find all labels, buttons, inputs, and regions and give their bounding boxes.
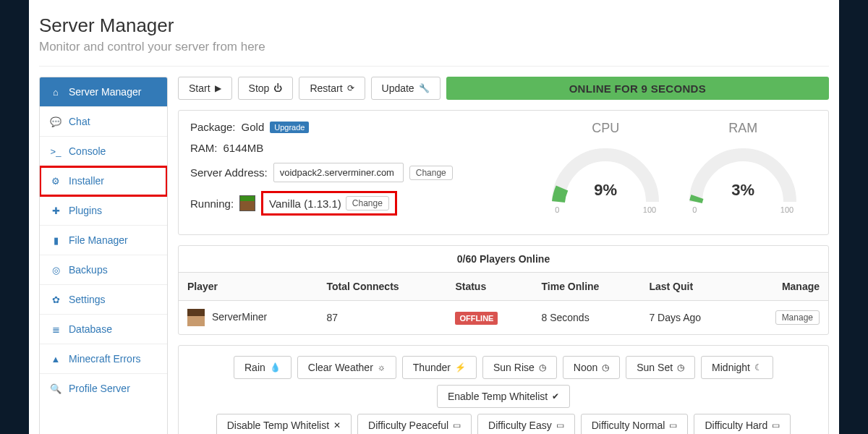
sidebar-item-label: Server Manager [69,86,141,98]
check-icon: ✔ [552,391,559,401]
clock-icon: ◷ [602,362,609,373]
stop-button[interactable]: Stop⏻ [238,77,294,100]
puzzle-icon: ✚ [50,205,61,216]
thunder-button[interactable]: Thunder⚡ [402,356,477,379]
label: Sun Set [637,362,673,373]
difficulty-easy-button[interactable]: Difficulty Easy▭ [477,414,575,434]
col-player: Player [179,273,318,301]
gauge-max: 100 [643,205,656,214]
running-label: Running: [190,197,234,210]
players-table: Player Total Connects Status Time Online… [179,273,828,334]
sidebar-item-file-manager[interactable]: ▮File Manager [40,226,167,255]
sidebar-item-server-manager[interactable]: ⌂Server Manager [40,77,167,107]
sidebar-item-label: Plugins [69,205,102,216]
label: Difficulty Hard [705,420,767,431]
start-button[interactable]: Start▶ [178,77,232,100]
close-icon: ✕ [333,420,341,430]
sunset-button[interactable]: Sun Set◷ [626,356,695,379]
server-address-field[interactable]: voidpack2.serverminer.com [273,163,404,182]
package-label: Package: [190,121,236,133]
gears-icon: ⚙ [50,176,61,187]
search-icon: 🔍 [50,383,61,394]
database-icon: ≣ [50,324,61,335]
cpu-gauge-value: 9% [548,181,663,200]
sidebar-item-minecraft-errors[interactable]: ▲Minecraft Errors [40,344,167,374]
clock-icon: ◷ [539,362,546,373]
running-highlight: Vanilla (1.13.1) Change [261,191,397,216]
update-button[interactable]: Update🔧 [371,77,441,100]
sidebar: ⌂Server Manager 💬Chat >_Console ⚙Install… [39,77,168,434]
upgrade-badge[interactable]: Upgrade [270,122,309,133]
gauge-max: 100 [780,205,793,214]
player-last-quit: 7 Days Ago [640,301,739,335]
book-icon: ▭ [669,420,677,430]
label: Difficulty Easy [488,420,552,431]
midnight-button[interactable]: Midnight☾ [701,356,773,379]
player-avatar-icon [187,309,205,326]
noon-button[interactable]: Noon◷ [563,356,620,379]
difficulty-hard-button[interactable]: Difficulty Hard▭ [694,414,791,434]
label: Noon [574,362,597,373]
rain-button[interactable]: Rain💧 [234,356,292,379]
home-icon: ⌂ [50,87,61,98]
cpu-gauge: CPU 9% 0100 [548,121,663,224]
chat-icon: 💬 [50,116,61,127]
divider [39,66,829,67]
sidebar-item-label: Minecraft Errors [69,353,141,365]
sidebar-item-database[interactable]: ≣Database [40,315,167,344]
warning-icon: ▲ [50,354,61,365]
grass-block-icon [239,195,255,211]
label: Stop [249,82,270,94]
manage-player-button[interactable]: Manage [775,310,820,325]
sidebar-item-console[interactable]: >_Console [40,137,167,166]
sidebar-item-label: Chat [69,116,90,127]
terminal-icon: >_ [50,146,61,157]
clear-weather-button[interactable]: Clear Weather☼ [297,356,396,379]
power-icon: ⏻ [273,83,282,93]
change-version-button[interactable]: Change [346,196,389,210]
difficulty-peaceful-button[interactable]: Difficulty Peaceful▭ [357,414,472,434]
bolt-icon: ⚡ [455,362,466,373]
players-online-header: 0/60 Players Online [179,246,828,273]
enable-whitelist-button[interactable]: Enable Temp Whitelist✔ [437,385,570,408]
change-address-button[interactable]: Change [409,166,453,180]
sunrise-button[interactable]: Sun Rise◷ [482,356,557,379]
restart-button[interactable]: Restart⟳ [299,77,365,100]
sidebar-item-chat[interactable]: 💬Chat [40,107,167,137]
quick-actions-panel: Rain💧 Clear Weather☼ Thunder⚡ Sun Rise◷ … [178,345,829,434]
sidebar-item-label: Installer [69,175,104,187]
file-icon: ▮ [50,235,61,246]
sidebar-item-profile-server[interactable]: 🔍Profile Server [40,374,167,403]
sidebar-item-settings[interactable]: ✿Settings [40,285,167,315]
sidebar-item-backups[interactable]: ◎Backups [40,255,167,285]
label: Disable Temp Whitelist [227,420,329,431]
book-icon: ▭ [556,420,564,430]
sidebar-item-installer[interactable]: ⚙Installer [40,166,167,196]
lifesaver-icon: ◎ [50,265,61,276]
label: Difficulty Normal [592,420,665,431]
col-time: Time Online [533,273,641,301]
difficulty-normal-button[interactable]: Difficulty Normal▭ [581,414,689,434]
package-value: Gold [242,121,265,133]
page-subtitle: Monitor and control your server from her… [39,40,829,54]
col-lastquit: Last Quit [640,273,739,301]
sidebar-item-label: File Manager [69,234,128,246]
running-value: Vanilla (1.13.1) [269,197,341,210]
player-name: ServerMiner [212,311,267,323]
table-row: ServerMiner 87 OFFLINE 8 Seconds 7 Days … [179,301,828,335]
gauge-min: 0 [555,205,559,214]
label: Restart [310,82,342,94]
player-time-online: 8 Seconds [533,301,641,335]
label: Start [189,82,210,94]
page-title: Server Manager [39,14,829,37]
ram-label: RAM: [190,142,218,154]
moon-icon: ☾ [754,362,762,373]
gauge-min: 0 [692,205,697,214]
label: Clear Weather [308,362,373,373]
sidebar-item-label: Settings [69,294,106,305]
disable-whitelist-button[interactable]: Disable Temp Whitelist✕ [216,414,352,434]
sidebar-item-plugins[interactable]: ✚Plugins [40,196,167,226]
col-manage: Manage [740,273,828,301]
col-connects: Total Connects [318,273,447,301]
droplet-icon: 💧 [270,362,281,373]
